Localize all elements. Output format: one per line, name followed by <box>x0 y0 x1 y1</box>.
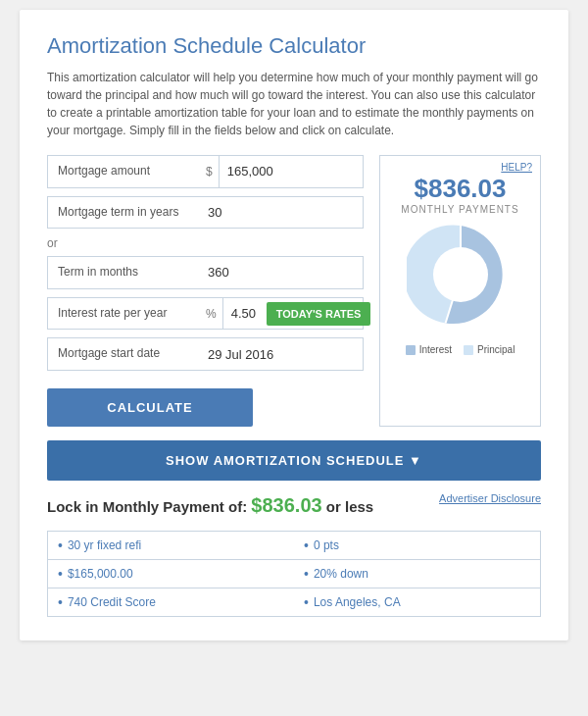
interest-rate-row: Interest rate per year % TODAY'S RATES <box>47 297 364 331</box>
info-text-3: $165,000.00 <box>68 567 133 581</box>
bullet-icon: • <box>304 594 309 610</box>
bullet-icon: • <box>58 566 63 582</box>
bullet-icon: • <box>58 537 63 553</box>
bullet-icon: • <box>304 537 309 553</box>
pie-chart <box>407 221 514 329</box>
show-amortization-button[interactable]: SHOW AMORTIZATION SCHEDULE ▼ <box>47 440 541 481</box>
info-cell-3: • $165,000.00 <box>48 560 294 588</box>
info-grid: • 30 yr fixed refi • 0 pts • $165,000.00… <box>47 531 541 617</box>
term-months-label: Term in months <box>48 257 200 288</box>
interest-dot <box>406 345 416 355</box>
todays-rates-button[interactable]: TODAY'S RATES <box>267 302 371 326</box>
info-text-2: 0 pts <box>314 538 339 552</box>
info-text-5: 740 Credit Score <box>68 595 156 609</box>
form-section: Mortgage amount $ Mortgage term in years… <box>47 155 364 427</box>
help-link[interactable]: HELP? <box>501 162 532 173</box>
percent-prefix: % <box>200 298 223 330</box>
mortgage-amount-input[interactable] <box>220 156 400 186</box>
or-label: or <box>47 236 364 250</box>
lock-suffix: or less <box>326 498 373 515</box>
interest-label: Interest <box>419 344 452 355</box>
term-months-row: Term in months <box>47 256 364 289</box>
principal-dot <box>464 345 473 355</box>
bullet-icon: • <box>304 566 309 582</box>
calculate-button[interactable]: CALCULATE <box>47 388 253 427</box>
chart-section: HELP? $836.03 MONTHLY PAYMENTS Interest <box>379 155 541 427</box>
main-content: Mortgage amount $ Mortgage term in years… <box>47 155 541 427</box>
info-cell-6: • Los Angeles, CA <box>294 588 540 616</box>
info-cell-1: • 30 yr fixed refi <box>48 532 294 560</box>
principal-label: Principal <box>477 344 514 355</box>
start-date-row: Mortgage start date <box>47 337 364 371</box>
term-months-input[interactable] <box>200 257 380 287</box>
page-title: Amortization Schedule Calculator <box>47 33 541 59</box>
interest-rate-label: Interest rate per year <box>48 298 200 330</box>
advertiser-disclosure-link[interactable]: Advertiser Disclosure <box>439 494 541 504</box>
mortgage-term-years-row: Mortgage term in years <box>47 196 364 230</box>
info-cell-4: • 20% down <box>294 560 540 588</box>
info-cell-2: • 0 pts <box>294 532 540 560</box>
info-text-4: 20% down <box>314 567 368 581</box>
dollar-prefix: $ <box>200 156 220 187</box>
mortgage-amount-row: Mortgage amount $ <box>47 155 364 188</box>
calculator-card: Amortization Schedule Calculator This am… <box>20 10 568 640</box>
chart-legend: Interest Principal <box>390 344 530 355</box>
mortgage-term-years-input[interactable] <box>200 197 380 228</box>
lock-section: Advertiser Disclosure Lock in Monthly Pa… <box>47 494 541 621</box>
monthly-amount: $836.03 <box>390 174 530 204</box>
monthly-label: MONTHLY PAYMENTS <box>390 204 530 215</box>
principal-legend: Principal <box>464 344 514 355</box>
interest-legend: Interest <box>406 344 452 355</box>
mortgage-amount-label: Mortgage amount <box>48 156 200 187</box>
lock-amount: $836.03 <box>251 494 321 516</box>
info-text-6: Los Angeles, CA <box>314 595 401 609</box>
info-cell-5: • 740 Credit Score <box>48 588 294 616</box>
description: This amortization calculator will help y… <box>47 69 541 139</box>
info-text-1: 30 yr fixed refi <box>68 538 141 552</box>
bullet-icon: • <box>58 594 63 610</box>
start-date-input[interactable] <box>200 339 380 370</box>
start-date-label: Mortgage start date <box>48 338 200 370</box>
lock-title-text: Lock in Monthly Payment of: <box>47 498 247 515</box>
mortgage-term-years-label: Mortgage term in years <box>48 197 200 229</box>
interest-rate-input[interactable] <box>223 298 267 329</box>
